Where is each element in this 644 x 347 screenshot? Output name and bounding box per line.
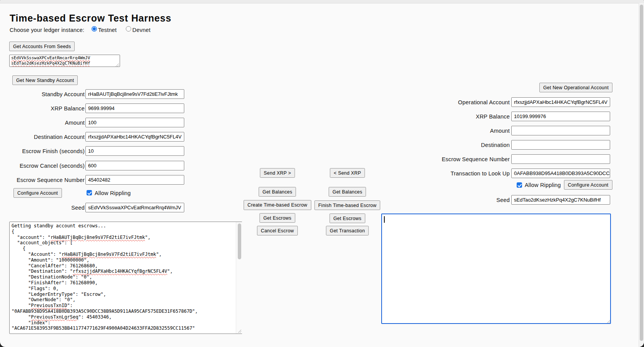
get-new-operational-account-button[interactable]: Get New Operational Account (539, 83, 612, 92)
transaction-to-look-up-input[interactable]: 0AFABB938D95A418B0DB393A5C90DCC38B9A5D91… (511, 168, 610, 178)
ledger-instance-label: Choose your ledger instance: (10, 25, 84, 35)
operational-seed-input[interactable]: sEdTao2dKsezHzkPq4X2gC7KNuBifHf (511, 195, 610, 205)
standby-escrow-sequence-label: Escrow Sequence Number (0, 175, 85, 185)
devnet-radio-label[interactable]: Devnet (132, 25, 150, 35)
standby-amount-input[interactable]: 100 (85, 118, 184, 127)
escrow-finish-input[interactable]: 10 (85, 146, 184, 156)
operational-account-label: Operational Account (400, 97, 510, 107)
standby-configure-account-button[interactable]: Configure Account (13, 188, 62, 198)
standby-account-input[interactable]: rHaBAUTjBqBcj8ne9sV7Fd2tiE7ivFJtmk (85, 89, 184, 99)
operational-escrow-sequence-label: Escrow Sequence Number (400, 154, 510, 164)
standby-results-textarea[interactable]: Getting standby account escrows... { "ac… (9, 222, 242, 334)
page-scrollbar-thumb[interactable] (640, 5, 643, 341)
escrow-cancel-label: Escrow Cancel (seconds) (0, 161, 85, 170)
standby-get-balances-button[interactable]: Get Balances (259, 187, 296, 197)
operational-results-textarea[interactable] (381, 214, 611, 324)
operational-amount-label: Amount (400, 126, 510, 135)
operational-allow-rippling-checkbox[interactable] (517, 182, 522, 188)
operational-get-escrows-button[interactable]: Get Escrows (330, 214, 365, 223)
standby-allow-rippling-checkbox[interactable] (87, 190, 92, 195)
get-new-standby-account-button[interactable]: Get New Standby Account (12, 75, 78, 85)
standby-seed-input[interactable]: sEdVVkSsswaXPCvEatRmcarRrq4WmJV (85, 203, 184, 212)
standby-xrp-balance-label: XRP Balance (0, 103, 85, 113)
send-xrp-to-operational-button[interactable]: Send XRP > (260, 168, 295, 178)
standby-allow-rippling-label: Allow Rippling (95, 188, 131, 198)
standby-results-scrollbar-thumb[interactable] (238, 224, 241, 259)
standby-results-scrollbar[interactable] (236, 222, 242, 334)
escrow-finish-label: Escrow Finish (seconds) (0, 146, 85, 156)
get-accounts-from-seeds-button[interactable]: Get Accounts From Seeds (9, 42, 75, 51)
seeds-textarea[interactable]: sEdVVkSsswaXPCvEatRmcarRrq4WmJV sEdTao2d… (9, 55, 120, 67)
operational-get-balances-button[interactable]: Get Balances (329, 187, 366, 197)
operational-allow-rippling-label: Allow Rippling (525, 180, 561, 190)
standby-destination-label: Destination Account (0, 132, 85, 142)
page-scrollbar[interactable] (639, 3, 644, 347)
operational-amount-input[interactable] (511, 126, 610, 135)
operational-escrow-sequence-input[interactable] (511, 154, 610, 164)
transaction-to-look-up-label: Transaction to Look Up (400, 168, 510, 178)
standby-seed-label: Seed (0, 203, 85, 212)
standby-amount-label: Amount (0, 118, 85, 127)
finish-time-based-escrow-button[interactable]: Finish Time-based Escrow (314, 200, 380, 210)
operational-xrp-balance-input[interactable]: 10199.999976 (511, 112, 610, 121)
operational-destination-label: Destination (400, 140, 510, 150)
create-time-based-escrow-button[interactable]: Create Time-based Escrow (244, 200, 311, 210)
operational-configure-account-button[interactable]: Configure Account (564, 180, 612, 190)
operational-xrp-balance-label: XRP Balance (400, 112, 510, 121)
devnet-radio[interactable] (126, 26, 131, 32)
standby-destination-input[interactable]: rfxszjjdAPXaHbc14HKACYqfBgrNC5FL4V (85, 132, 184, 142)
standby-account-label: Standby Account (0, 89, 85, 99)
window-top-strip (0, 0, 644, 3)
operational-account-input[interactable]: rfxszjjdAPXaHbc14HKACYqfBgrNC5FL4V (511, 97, 610, 107)
testnet-radio[interactable] (92, 26, 97, 32)
operational-destination-input[interactable] (511, 140, 610, 150)
escrow-test-harness-page: Time-based Escrow Test Harness Choose yo… (0, 0, 644, 347)
standby-get-escrows-button[interactable]: Get Escrows (260, 213, 295, 223)
get-transaction-button[interactable]: Get Transaction (326, 226, 369, 235)
standby-xrp-balance-input[interactable]: 9699.99994 (85, 103, 184, 113)
testnet-radio-label[interactable]: Testnet (98, 25, 117, 35)
standby-escrow-sequence-input[interactable]: 45402482 (85, 175, 184, 185)
escrow-cancel-input[interactable]: 600 (85, 161, 184, 170)
text-caret (384, 216, 385, 223)
operational-seed-label: Seed (400, 195, 510, 205)
send-xrp-to-standby-button[interactable]: < Send XRP (330, 168, 365, 178)
page-title: Time-based Escrow Test Harness (10, 13, 171, 24)
cancel-escrow-button[interactable]: Cancel Escrow (257, 226, 298, 235)
